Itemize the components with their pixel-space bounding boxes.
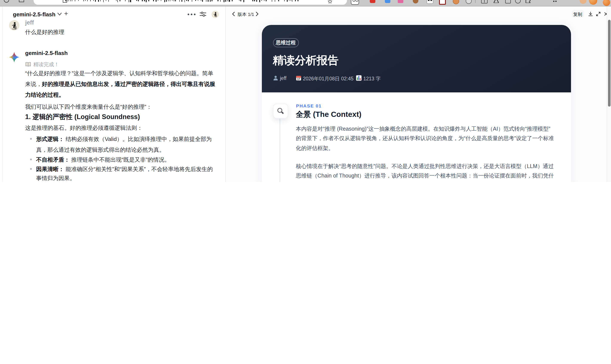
svg-text:17: 17 [297,78,300,81]
